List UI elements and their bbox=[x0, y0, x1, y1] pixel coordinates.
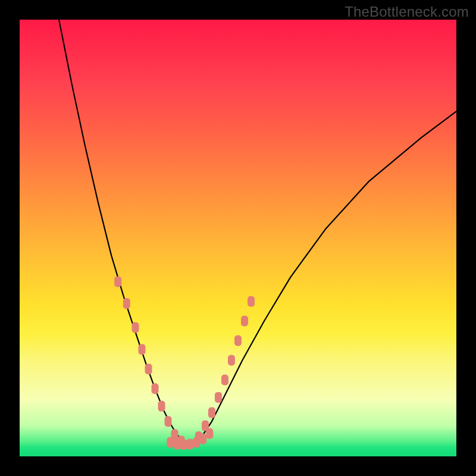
plot-area bbox=[20, 20, 456, 456]
highlight-band-left-marker bbox=[114, 276, 121, 287]
chart-svg bbox=[20, 20, 456, 456]
highlight-band-bottom-marker bbox=[180, 439, 187, 450]
highlight-band-left-marker bbox=[132, 322, 139, 333]
highlight-band-bottom-marker bbox=[193, 437, 200, 448]
highlight-band-bottom-marker bbox=[199, 434, 206, 444]
highlight-band-left-marker bbox=[145, 364, 152, 374]
highlight-band-left-marker bbox=[158, 401, 165, 412]
highlight-band-bottom-marker bbox=[173, 439, 180, 449]
highlight-band-right-marker bbox=[241, 315, 248, 326]
highlight-band-right-marker bbox=[248, 296, 255, 306]
highlight-band-right-marker bbox=[221, 375, 228, 386]
highlight-band-bottom-marker bbox=[186, 439, 193, 449]
watermark-text: TheBottleneck.com bbox=[345, 4, 469, 20]
highlight-band-left-marker bbox=[165, 416, 172, 427]
highlight-band-right-marker bbox=[208, 408, 215, 418]
chart-frame: TheBottleneck.com bbox=[0, 0, 476, 476]
bottleneck-curve-path bbox=[59, 20, 456, 444]
highlight-band-left-marker bbox=[152, 383, 159, 394]
highlight-band-right-marker bbox=[234, 335, 242, 346]
highlight-band-left-marker bbox=[139, 344, 146, 355]
highlight-band-left-marker bbox=[123, 298, 130, 309]
highlight-band-right-marker bbox=[228, 355, 235, 366]
highlight-band-right-marker bbox=[215, 392, 222, 403]
highlight-band-bottom-marker bbox=[206, 428, 213, 439]
highlight-band-bottom-marker bbox=[167, 437, 174, 448]
